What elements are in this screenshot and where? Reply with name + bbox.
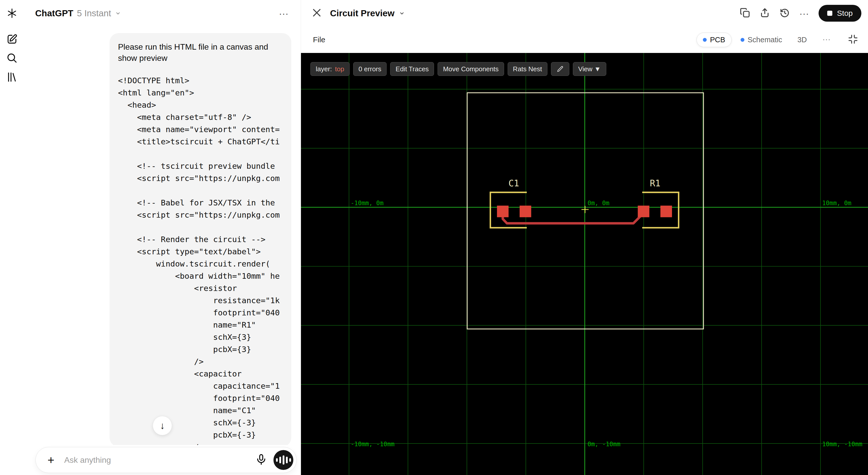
pad — [497, 206, 508, 217]
view-tab-pcb[interactable]: PCB — [696, 33, 732, 47]
pad — [638, 206, 649, 217]
waveform-icon — [276, 458, 278, 462]
voice-mode-button[interactable] — [274, 450, 293, 470]
copy-icon — [739, 7, 750, 18]
copy-button[interactable] — [739, 7, 750, 19]
component-label-r1: R1 — [650, 178, 660, 189]
app-root: ChatGPT 5 Instant … Please run this HTML… — [0, 0, 868, 475]
pad — [520, 206, 531, 217]
close-icon — [311, 7, 322, 18]
grid-label-origin: 0m, 0m — [587, 200, 609, 207]
history-icon — [779, 7, 790, 18]
schematic-dot-icon — [741, 38, 744, 42]
fullscreen-toggle-icon[interactable] — [847, 34, 858, 45]
attach-button[interactable]: + — [44, 454, 58, 466]
chatgpt-logo-icon[interactable] — [5, 7, 19, 20]
grid-label-mid-left: -10mm, 0m — [351, 200, 383, 207]
chevron-down-icon — [399, 10, 405, 16]
pcb-viewport[interactable]: C1 R1 -10mm, 0m 0m, 0m 10mm, 0m — [301, 53, 868, 475]
view-tab-schematic[interactable]: Schematic — [734, 33, 788, 47]
canvas-toolbar-row: File PCB Schematic 3D … — [301, 27, 868, 53]
sidebar-rail — [0, 0, 24, 475]
history-button[interactable] — [779, 7, 790, 19]
view-tab-3d[interactable]: 3D — [791, 33, 813, 47]
message-input[interactable] — [64, 455, 249, 465]
axis-lines — [301, 53, 868, 475]
library-icon[interactable] — [5, 70, 19, 83]
ellipsis-icon: … — [822, 33, 832, 41]
close-canvas-button[interactable] — [311, 7, 322, 19]
grid-label-mid-right: 10mm, 0m — [822, 200, 851, 207]
canvas-title-dropdown[interactable]: Circuit Preview — [330, 8, 405, 18]
user-message-bubble: Please run this HTML file in a canvas an… — [110, 33, 291, 447]
ellipsis-icon: … — [279, 6, 289, 16]
rats-nest-button[interactable]: Rats Nest — [508, 62, 548, 76]
share-icon — [759, 7, 770, 18]
chat-header: ChatGPT 5 Instant … — [24, 0, 301, 27]
edit-traces-button[interactable]: Edit Traces — [390, 62, 434, 76]
canvas-header: Circuit Preview — [301, 0, 868, 27]
view-dropdown-button[interactable]: View ▼ — [573, 62, 606, 76]
grid-label-bottom-right: 10mm, -10mm — [822, 441, 862, 448]
file-menu[interactable]: File — [313, 35, 325, 44]
user-message-code: <!DOCTYPE html> <html lang="en"> <head> … — [118, 74, 283, 447]
canvas-title: Circuit Preview — [330, 8, 395, 18]
canvas-options-button[interactable]: … — [799, 8, 810, 18]
arrow-down-icon: ↓ — [160, 420, 165, 431]
chat-panel: ChatGPT 5 Instant … Please run this HTML… — [24, 0, 301, 475]
composer[interactable]: + — [35, 447, 297, 473]
grid-label-bottom-center: 0m, -10mm — [587, 441, 620, 448]
move-components-button[interactable]: Move Components — [438, 62, 504, 76]
pcb-dot-icon — [703, 38, 707, 42]
scroll-to-bottom-button[interactable]: ↓ — [153, 416, 172, 435]
errors-button[interactable]: 0 errors — [353, 62, 387, 76]
ellipsis-icon: … — [799, 6, 810, 16]
pcb-canvas[interactable]: C1 R1 -10mm, 0m 0m, 0m 10mm, 0m — [301, 53, 868, 475]
canvas-header-actions: … Stop — [739, 5, 861, 22]
layer-selector[interactable]: layer: top — [310, 62, 350, 76]
new-chat-icon[interactable] — [5, 33, 19, 46]
share-button[interactable] — [759, 7, 770, 19]
view-options-button[interactable]: … — [816, 32, 838, 47]
pencil-icon — [556, 65, 564, 73]
microphone-icon[interactable] — [255, 453, 267, 467]
component-c1[interactable]: C1 — [490, 178, 531, 228]
model-selector[interactable]: ChatGPT 5 Instant — [35, 8, 121, 18]
user-message-text: Please run this HTML file in a canvas an… — [118, 41, 283, 64]
chat-options-button[interactable]: … — [279, 8, 289, 18]
canvas-panel: Circuit Preview — [301, 0, 868, 475]
stop-icon — [827, 11, 832, 16]
pad — [660, 206, 672, 217]
search-icon[interactable] — [5, 52, 19, 65]
pcb-toolbar: layer: top 0 errors Edit Traces Move Com… — [310, 62, 606, 76]
app-title: ChatGPT — [35, 8, 73, 18]
view-switcher: PCB Schematic 3D … — [696, 32, 858, 47]
plus-icon: + — [48, 453, 55, 467]
component-label-c1: C1 — [508, 178, 519, 189]
grid-label-bottom-left: -10mm, -10mm — [351, 441, 395, 448]
model-name: 5 Instant — [77, 8, 111, 18]
pencil-tool-button[interactable] — [551, 62, 569, 76]
stop-button[interactable]: Stop — [818, 5, 861, 22]
chevron-down-icon — [115, 10, 121, 16]
composer-area: + — [24, 445, 301, 475]
